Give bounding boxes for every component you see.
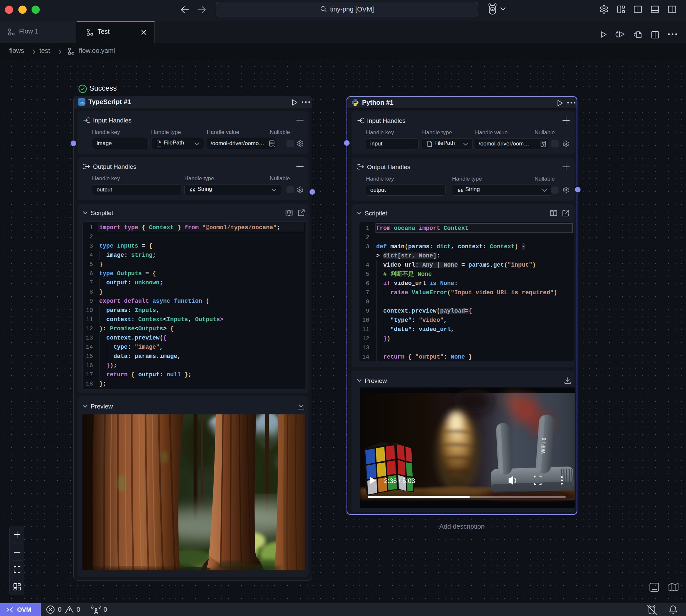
svg-text:WiFi 6: WiFi 6 (540, 437, 548, 454)
svg-text:2:36 / 5:03: 2:36 / 5:03 (384, 477, 415, 484)
